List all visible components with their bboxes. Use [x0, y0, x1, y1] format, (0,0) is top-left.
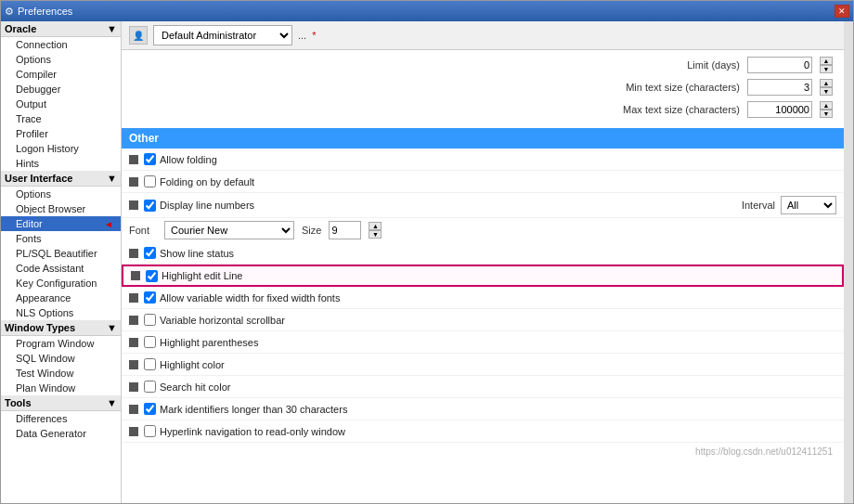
- sidebar-item-options-ui[interactable]: Options: [1, 187, 121, 201]
- checkbox-mark-identifiers[interactable]: [144, 403, 156, 415]
- max-text-size-label: Max text size (characters): [623, 104, 740, 115]
- sidebar-item-options-oracle[interactable]: Options: [1, 52, 121, 67]
- sidebar-item-nls-options[interactable]: NLS Options: [1, 305, 121, 320]
- close-button[interactable]: ✕: [835, 5, 849, 18]
- label-mark-identifiers[interactable]: Mark identifiers longer than 30 characte…: [144, 403, 347, 415]
- font-row: Font Courier New Size ▲ ▼: [122, 218, 844, 242]
- checkbox-allow-variable-width[interactable]: [144, 291, 156, 304]
- option-hyperlink-navigation: Hyperlink navigation to read-only window: [122, 420, 844, 443]
- option-allow-folding: Allow folding: [122, 149, 844, 171]
- sidebar-item-plan-window[interactable]: Plan Window: [1, 381, 121, 395]
- label-folding-default[interactable]: Folding on by default: [144, 175, 254, 187]
- label-variable-horizontal-scrollbar[interactable]: Variable horizontal scrollbar: [144, 314, 285, 326]
- limit-input[interactable]: [747, 57, 812, 73]
- profile-select[interactable]: Default Administrator: [153, 25, 292, 45]
- sidebar-item-debugger[interactable]: Debugger: [1, 82, 121, 97]
- limit-spinner: ▲ ▼: [820, 57, 833, 73]
- limit-row: Limit (days) ▲ ▼: [133, 54, 833, 76]
- bullet-variable-horizontal-scrollbar: [129, 316, 138, 325]
- checkbox-search-hit-color[interactable]: [144, 381, 156, 393]
- label-highlight-edit-line[interactable]: Highlight edit Line: [146, 270, 242, 282]
- scrollbar-track[interactable]: [844, 21, 853, 503]
- tools-group-header[interactable]: Tools ▼: [1, 395, 121, 411]
- sidebar-item-program-window[interactable]: Program Window: [1, 336, 121, 351]
- sidebar: Oracle ▼ Connection Options Compiler Deb…: [1, 21, 122, 503]
- sidebar-item-editor[interactable]: Editor ◄: [1, 216, 121, 231]
- label-display-line-numbers[interactable]: Display line numbers: [144, 200, 254, 212]
- limit-spin-up[interactable]: ▲: [820, 57, 833, 65]
- max-text-size-input[interactable]: [747, 101, 812, 118]
- sidebar-item-code-assistant[interactable]: Code Assistant: [1, 261, 121, 276]
- max-spin-up[interactable]: ▲: [820, 101, 833, 110]
- main-content: Oracle ▼ Connection Options Compiler Deb…: [1, 21, 853, 503]
- sidebar-item-differences[interactable]: Differences: [1, 411, 121, 426]
- ui-group-header[interactable]: User Interface ▼: [1, 171, 121, 187]
- limit-spin-down[interactable]: ▼: [820, 65, 833, 73]
- sidebar-item-logon-history[interactable]: Logon History: [1, 141, 121, 156]
- sidebar-item-sql-window[interactable]: SQL Window: [1, 351, 121, 366]
- checkbox-highlight-color[interactable]: [144, 358, 156, 370]
- checkbox-highlight-parentheses[interactable]: [144, 336, 156, 348]
- sidebar-item-object-browser[interactable]: Object Browser: [1, 201, 121, 216]
- font-size-spin-up[interactable]: ▲: [369, 222, 382, 230]
- font-select[interactable]: Courier New: [164, 221, 294, 239]
- interval-label: Interval: [742, 200, 775, 211]
- limit-label: Limit (days): [687, 59, 740, 71]
- sidebar-item-key-configuration[interactable]: Key Configuration: [1, 276, 121, 291]
- font-size-input[interactable]: [329, 221, 361, 239]
- max-spinner: ▲ ▼: [820, 101, 833, 118]
- label-highlight-color[interactable]: Highlight color: [144, 358, 225, 370]
- other-section-header: Other: [122, 128, 844, 149]
- window-types-label: Window Types: [5, 322, 75, 333]
- option-variable-horizontal-scrollbar: Variable horizontal scrollbar: [122, 309, 844, 331]
- min-spin-up[interactable]: ▲: [820, 79, 833, 87]
- checkbox-display-line-numbers[interactable]: [144, 200, 156, 212]
- font-size-spin-down[interactable]: ▼: [369, 230, 382, 239]
- checkbox-folding-default[interactable]: [144, 175, 156, 187]
- font-size-spinner: ▲ ▼: [369, 222, 382, 239]
- option-highlight-parentheses: Highlight parentheses: [122, 331, 844, 354]
- interval-container: Interval All: [742, 196, 836, 214]
- label-highlight-parentheses[interactable]: Highlight parentheses: [144, 336, 258, 348]
- min-text-size-input[interactable]: [747, 79, 812, 96]
- sidebar-item-compiler[interactable]: Compiler: [1, 67, 121, 82]
- option-display-line-numbers: Display line numbers Interval All: [122, 193, 844, 218]
- label-search-hit-color[interactable]: Search hit color: [144, 381, 230, 393]
- checkbox-hyperlink-navigation[interactable]: [144, 425, 156, 437]
- option-allow-variable-width: Allow variable width for fixed width fon…: [122, 287, 844, 309]
- sidebar-item-output[interactable]: Output: [1, 97, 121, 111]
- oracle-label: Oracle: [5, 23, 36, 34]
- label-hyperlink-navigation[interactable]: Hyperlink navigation to read-only window: [144, 425, 345, 437]
- bullet-highlight-edit-line: [131, 271, 140, 280]
- label-show-line-status[interactable]: Show line status: [144, 247, 234, 259]
- toolbar: 👤 Default Administrator ... *: [122, 21, 844, 50]
- label-allow-variable-width[interactable]: Allow variable width for fixed width fon…: [144, 291, 340, 304]
- sidebar-item-connection[interactable]: Connection: [1, 37, 121, 52]
- window-types-group-header[interactable]: Window Types ▼: [1, 320, 121, 336]
- top-fields: Limit (days) ▲ ▼ Min text size (characte…: [122, 50, 844, 124]
- sidebar-item-profiler[interactable]: Profiler: [1, 126, 121, 141]
- sidebar-item-fonts[interactable]: Fonts: [1, 231, 121, 246]
- sidebar-item-appearance[interactable]: Appearance: [1, 291, 121, 305]
- bullet-search-hit-color: [129, 382, 138, 392]
- checkbox-allow-folding[interactable]: [144, 153, 156, 165]
- max-spin-down[interactable]: ▼: [820, 110, 833, 118]
- oracle-expand-icon: ▼: [107, 23, 117, 34]
- checkbox-variable-horizontal-scrollbar[interactable]: [144, 314, 156, 326]
- checkbox-show-line-status[interactable]: [144, 247, 156, 259]
- label-allow-folding[interactable]: Allow folding: [144, 153, 217, 165]
- interval-select[interactable]: All: [781, 196, 836, 214]
- toolbar-dots-button[interactable]: ...: [298, 30, 306, 41]
- oracle-group-header[interactable]: Oracle ▼: [1, 21, 121, 37]
- sidebar-item-trace[interactable]: Trace: [1, 111, 121, 126]
- min-spin-down[interactable]: ▼: [820, 87, 833, 96]
- checkbox-highlight-edit-line[interactable]: [146, 270, 158, 282]
- min-spinner: ▲ ▼: [820, 79, 833, 96]
- options-list: Allow folding Folding on by default: [122, 149, 844, 443]
- sidebar-item-plsql-beautifier[interactable]: PL/SQL Beautifier: [1, 246, 121, 261]
- tools-label: Tools: [5, 397, 32, 408]
- sidebar-item-test-window[interactable]: Test Window: [1, 366, 121, 381]
- watermark: https://blog.csdn.net/u012411251: [122, 443, 844, 460]
- sidebar-item-hints[interactable]: Hints: [1, 156, 121, 171]
- sidebar-item-data-generator[interactable]: Data Generator: [1, 426, 121, 441]
